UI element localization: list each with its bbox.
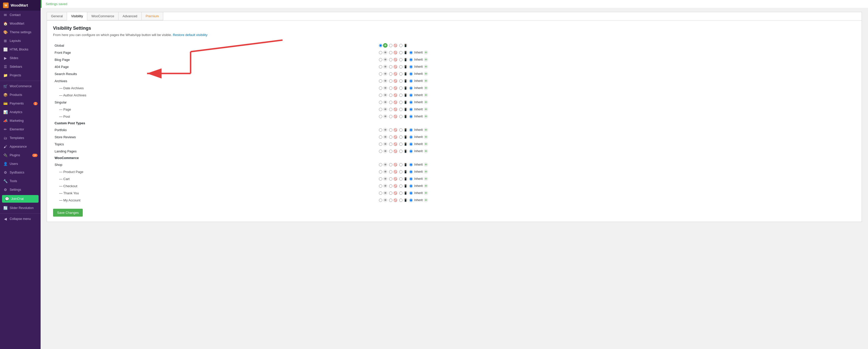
appearance-icon: 🖌 [3,145,8,149]
page-label: — Page [53,106,377,113]
sidebar-item-products[interactable]: 📦 Products [0,91,41,99]
sidebar-item-layouts[interactable]: ⊞ Layouts [0,36,41,45]
sidebar-label-sysbasics: SysBasics [10,171,24,174]
collapse-menu-icon: ◀ [3,217,8,221]
tab-premium[interactable]: Premium [142,12,163,20]
row-cart: — Cart 👁 🚫 📱 Inherit 👁 [53,175,856,182]
slider-revolution-icon: 🔄 [3,206,8,210]
thank-you-label: — Thank You [53,189,377,197]
sidebar-item-sysbasics[interactable]: ⚙ SysBasics [0,168,41,177]
tab-premium-label: Premium [146,14,159,18]
tab-general[interactable]: General [47,12,67,20]
fp-radio-off[interactable]: 🚫 [389,50,398,55]
sidebar-label-analytics: Analytics [10,110,22,114]
sidebar-item-analytics[interactable]: 📊 Analytics [0,108,41,117]
fp-inherit-badge: Inherit 👁 [414,50,428,55]
sidebar-item-html-blocks[interactable]: ⬜ HTML Blocks [0,45,41,54]
sidebar-item-theme-settings[interactable]: 🎨 Theme settings [0,28,41,36]
page-title: Visibility Settings [53,26,856,31]
singular-label: Singular [53,99,377,106]
sidebar-label-projects: Projects [10,73,21,77]
radio-global-on[interactable] [379,44,382,47]
radio-global-off[interactable] [389,44,392,47]
sidebar: W WoodMart ✉ Contact 🏠 WoodMart 🎨 Theme … [0,0,41,349]
row-thank-you: — Thank You 👁 🚫 📱 Inherit 👁 [53,189,856,197]
fp-radio-on[interactable]: 👁 [379,50,388,55]
sidebar-item-collapse-menu[interactable]: ◀ Collapse menu [0,215,41,223]
sidebar-label-sidebars: Sidebars [10,65,22,68]
sidebar-item-sidebars[interactable]: ☰ Sidebars [0,62,41,71]
page-content: General Visibility WooCommerce Advanced … [41,8,868,349]
front-page-radio-group: 👁 🚫 📱 Inherit 👁 [379,50,854,55]
analytics-icon: 📊 [3,110,8,114]
sidebar-item-marketing[interactable]: 📣 Marketing [0,117,41,125]
sidebar-item-slides[interactable]: ▶ Slides [0,54,41,62]
fp-eye-slash-icon: 🚫 [393,50,398,55]
tools-icon: 🔧 [3,179,8,183]
radio-global-mobile[interactable] [399,44,403,47]
sidebar-label-settings: Settings [10,188,21,191]
sidebar-item-plugins[interactable]: 🔌 Plugins 14 [0,151,41,160]
sidebar-item-woodmart[interactable]: 🏠 WoodMart [0,19,41,28]
payments-badge: 1 [33,102,37,105]
blog-page-label: Blog Page [53,56,377,63]
sidebar-label-layouts: Layouts [10,39,21,42]
sidebar-item-woocommerce[interactable]: 🛒 WooCommerce [0,82,41,91]
row-checkout: — Checkout 👁 🚫 📱 Inherit 👁 [53,182,856,189]
sidebar-item-elementor[interactable]: ✏ Elementor [0,125,41,134]
sidebar-item-payments[interactable]: 💳 Payments 1 [0,99,41,108]
plugins-badge: 14 [32,154,37,157]
global-label: Global [53,42,377,49]
radio-option-global-mobile[interactable]: 📱 [399,43,408,48]
row-blog-page: Blog Page 👁 🚫 📱 Inherit 👁 [53,56,856,63]
contact-icon: ✉ [3,13,8,17]
main-content-wrapper: Settings saved General Visibility WooCom… [41,0,868,349]
sidebar-item-slider-revolution[interactable]: 🔄 Slider Revolution [0,204,41,212]
restore-default-link[interactable]: Restore default visibility [173,33,208,37]
row-date-archives: — Date Archives 👁 🚫 📱 Inherit 👁 [53,85,856,92]
fp-radio-inherit[interactable] [409,51,413,54]
logo-icon: W [3,3,9,8]
slides-icon: ▶ [3,56,8,60]
layouts-icon: ⊞ [3,39,8,43]
radio-option-global-on[interactable]: 👁 [379,43,388,48]
portfolio-label: Portfolio [53,126,377,133]
sidebar-label-products: Products [10,93,22,97]
sidebar-divider-2 [0,213,41,214]
sidebar-item-projects[interactable]: 📁 Projects [0,71,41,80]
search-results-label: Search Results [53,70,377,77]
sidebar-label-woodmart: WoodMart [10,22,24,25]
logo-text: WoodMart [11,3,28,7]
sidebar-item-settings[interactable]: ⚙ Settings [0,185,41,194]
payments-icon: 💳 [3,101,8,105]
sidebar-item-contact[interactable]: ✉ Contact [0,11,41,19]
sidebar-logo: W WoodMart [0,0,41,11]
tab-advanced[interactable]: Advanced [119,12,142,20]
tab-visibility[interactable]: Visibility [67,12,87,20]
sidebar-label-slider-revolution: Slider Revolution [10,206,34,210]
sidebar-item-tools[interactable]: 🔧 Tools [0,177,41,185]
sidebar-label-templates: Templates [10,136,24,140]
sidebar-label-slides: Slides [10,56,18,60]
sidebar-item-appearance[interactable]: 🖌 Appearance [0,142,41,151]
products-icon: 📦 [3,93,8,97]
custom-post-types-header: Custom Post Types [53,120,856,126]
fp-eye-icon: 👁 [383,50,388,55]
sidebar-label-users: Users [10,162,18,166]
templates-icon: 🗂 [3,136,8,140]
sidebar-label-elementor: Elementor [10,128,24,131]
sidebar-item-templates[interactable]: 🗂 Templates [0,134,41,142]
my-account-label: — My Account [53,197,377,204]
row-store-reviews: Store Reviews 👁 🚫 📱 Inherit 👁 [53,133,856,140]
save-changes-button[interactable]: Save Changes [53,209,83,217]
sidebar-item-users[interactable]: 👤 Users [0,160,41,168]
sidebar-item-joinchat[interactable]: 💬 JoinChat [2,195,38,203]
main-content: General Visibility WooCommerce Advanced … [41,8,868,349]
visibility-table: Global 👁 🚫 [53,42,856,204]
row-landing-pages: Landing Pages 👁 🚫 📱 Inherit 👁 [53,148,856,155]
radio-option-global-off[interactable]: 🚫 [389,43,398,48]
tab-woocommerce[interactable]: WooCommerce [87,12,119,20]
fp-radio-mobile[interactable]: 📱 [399,50,408,55]
front-page-label: Front Page [53,49,377,56]
woodmart-icon: 🏠 [3,22,8,26]
